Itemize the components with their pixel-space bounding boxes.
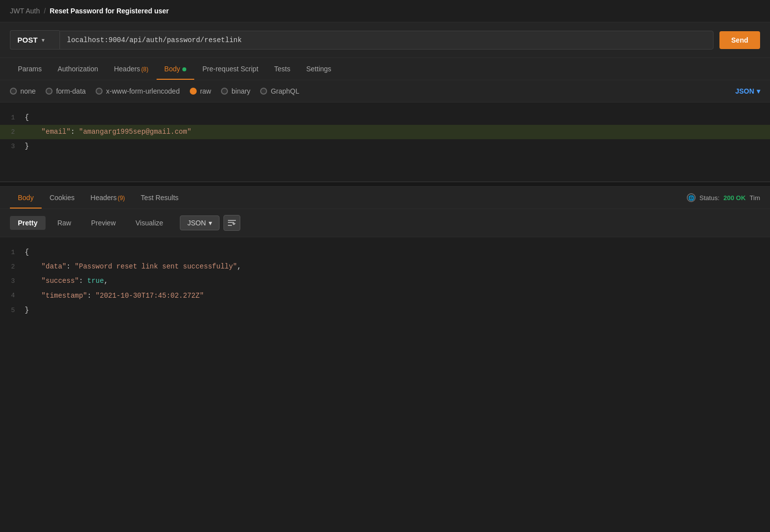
radio-form-data (46, 88, 53, 95)
tab-pre-request[interactable]: Pre-request Script (194, 58, 266, 80)
res-line-3: 3 "success": true, (0, 274, 770, 288)
send-button[interactable]: Send (719, 31, 760, 49)
tab-authorization[interactable]: Authorization (50, 58, 106, 80)
breadcrumb-current: Reset Password for Registered user (50, 7, 168, 15)
body-type-none[interactable]: none (10, 87, 36, 95)
body-type-graphql[interactable]: GraphQL (260, 87, 299, 95)
url-input[interactable] (59, 31, 714, 50)
method-chevron-icon: ▾ (42, 37, 45, 44)
radio-urlencoded (96, 88, 103, 95)
globe-icon: 🌐 (687, 193, 696, 202)
response-section: Body Cookies Headers(9) Test Results 🌐 S… (0, 187, 770, 346)
tab-tests[interactable]: Tests (266, 58, 298, 80)
response-tab-test-results[interactable]: Test Results (133, 187, 186, 209)
radio-graphql (260, 88, 267, 95)
response-tabs: Body Cookies Headers(9) Test Results 🌐 S… (0, 187, 770, 209)
method-selector[interactable]: POST ▾ (10, 30, 59, 50)
response-tab-cookies[interactable]: Cookies (42, 187, 83, 209)
format-preview[interactable]: Preview (83, 216, 124, 230)
response-format-row: Pretty Raw Preview Visualize JSON ▾ (0, 209, 770, 237)
section-divider (0, 182, 770, 187)
tab-params[interactable]: Params (10, 58, 50, 80)
json-dropdown-chevron: ▾ (209, 219, 212, 227)
req-line-2: 2 "email": "amangarg1995sep@gmail.com" (0, 125, 770, 139)
request-body-editor[interactable]: 1 { 2 "email": "amangarg1995sep@gmail.co… (0, 103, 770, 182)
tab-body[interactable]: Body (157, 58, 195, 80)
headers-badge: (8) (141, 66, 149, 73)
tab-settings[interactable]: Settings (298, 58, 339, 80)
tab-headers[interactable]: Headers(8) (106, 58, 157, 80)
body-type-form-data[interactable]: form-data (46, 87, 86, 95)
breadcrumb-parent[interactable]: JWT Auth (10, 7, 40, 15)
response-status: 🌐 Status: 200 OK Tim (687, 187, 760, 208)
radio-none (10, 88, 17, 95)
res-line-1: 1 { (0, 245, 770, 260)
format-raw[interactable]: Raw (50, 216, 79, 230)
res-line-5: 5 } (0, 303, 770, 318)
body-type-urlencoded[interactable]: x-www-form-urlencoded (96, 87, 180, 95)
body-type-row: none form-data x-www-form-urlencoded raw… (0, 80, 770, 103)
response-json-dropdown[interactable]: JSON ▾ (180, 215, 219, 230)
req-line-3: 3 } (0, 139, 770, 154)
body-type-raw[interactable]: raw (190, 87, 212, 95)
format-visualize[interactable]: Visualize (128, 216, 171, 230)
url-bar-section: POST ▾ Send (0, 22, 770, 58)
res-line-2: 2 "data": "Password reset link sent succ… (0, 260, 770, 274)
radio-binary (221, 88, 228, 95)
request-tabs: Params Authorization Headers(8) Body Pre… (0, 58, 770, 80)
json-chevron-icon: ▾ (757, 87, 760, 95)
res-line-4: 4 "timestamp": "2021-10-30T17:45:02.272Z… (0, 289, 770, 303)
response-tab-body[interactable]: Body (10, 187, 42, 209)
json-type-dropdown[interactable]: JSON ▾ (735, 87, 760, 95)
req-line-1: 1 { (0, 110, 770, 125)
response-headers-badge: (9) (117, 195, 125, 202)
body-dot (182, 67, 186, 71)
body-type-binary[interactable]: binary (221, 87, 250, 95)
radio-raw (190, 88, 197, 95)
breadcrumb-separator: / (44, 7, 46, 15)
response-body-editor: 1 { 2 "data": "Password reset link sent … (0, 237, 770, 346)
method-label: POST (17, 36, 38, 44)
status-ok: 200 OK (723, 194, 746, 202)
wrap-lines-button[interactable] (223, 215, 240, 231)
response-tab-headers[interactable]: Headers(9) (83, 187, 133, 209)
breadcrumb: JWT Auth / Reset Password for Registered… (0, 0, 770, 22)
format-pretty[interactable]: Pretty (10, 216, 46, 230)
